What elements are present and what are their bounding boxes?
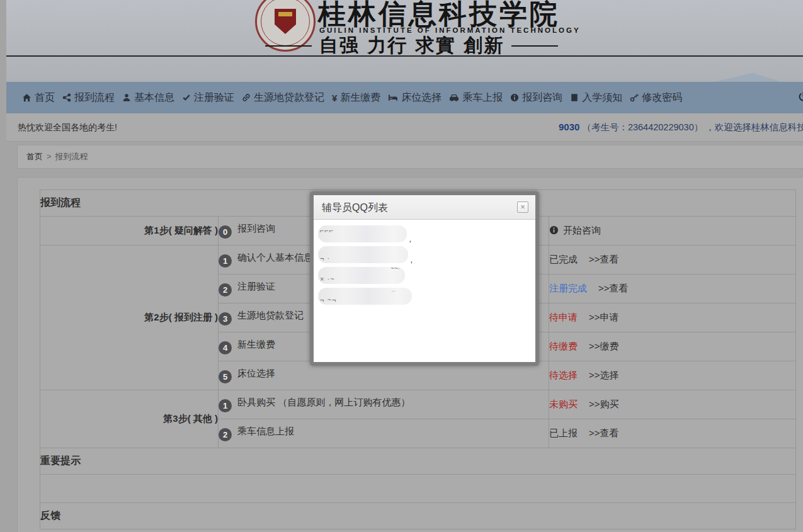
step-group-cell: 第3步( 其他 ) — [40, 390, 219, 448]
banner-decoration — [715, 73, 781, 82]
nav-item-home[interactable]: 首页 — [22, 91, 55, 105]
step-name: 卧具购买 （自愿原则，网上订购有优惠） — [237, 397, 410, 407]
table-section-row: 反馈 — [40, 503, 796, 529]
step-status-cell: 已上报>>查看 — [549, 419, 796, 448]
select-link[interactable]: >>选择 — [589, 370, 619, 380]
nav-item-bed-select[interactable]: 床位选择 — [388, 91, 441, 105]
apply-link[interactable]: >>申请 — [589, 312, 619, 322]
step-number-badge: 1 — [219, 254, 232, 268]
step-name: 乘车信息上报 — [237, 426, 294, 436]
view-link[interactable]: >>查看 — [589, 254, 619, 264]
breadcrumb: 首页>报到流程 — [17, 145, 803, 169]
share-icon — [62, 93, 71, 102]
yen-icon: ¥ — [332, 93, 337, 103]
step-status-cell: 未购买>>购买 — [549, 390, 796, 419]
step-status-cell: 待缴费>>缴费 — [549, 332, 796, 361]
step-status-cell: 注册完成>>查看 — [549, 274, 796, 303]
info-icon — [510, 93, 519, 102]
breadcrumb-home[interactable]: 首页 — [26, 152, 43, 161]
welcome-bar: 热忱欢迎全国各地的考生! 9030 （考生号：2364420229030） ，欢… — [6, 113, 803, 142]
nav-item-freshman-pay[interactable]: ¥ 新生缴费 — [332, 91, 380, 105]
step-number-badge: 5 — [219, 370, 232, 383]
step-status-cell: 已完成>>查看 — [549, 246, 796, 274]
link-icon — [242, 93, 251, 102]
buy-link[interactable]: >>购买 — [589, 399, 619, 409]
user-icon — [122, 93, 131, 102]
redacted-qq-entry — [318, 246, 408, 263]
nav-item-consult[interactable]: 报到咨询 — [510, 91, 562, 105]
motto-text: 自强 力行 求實 創新 — [319, 33, 504, 59]
step-number-badge: 4 — [219, 341, 232, 354]
nav-item-label: 报到流程 — [74, 91, 115, 105]
table-empty-row — [40, 475, 796, 503]
status-badge: 已上报 — [549, 427, 578, 439]
power-icon[interactable] — [798, 91, 803, 105]
info-icon — [549, 225, 559, 237]
status-badge: 未购买 — [549, 399, 578, 410]
nav-item-label: 新生缴费 — [340, 91, 380, 105]
modal-title: 辅导员QQ列表 — [322, 202, 388, 213]
nav-item-basic-info[interactable]: 基本信息 — [122, 91, 174, 105]
home-icon — [22, 93, 31, 103]
modal-titlebar: 辅导员QQ列表 × — [314, 195, 535, 220]
status-badge: 已完成 — [549, 254, 578, 266]
nav-item-label: 生源地贷款登记 — [254, 91, 324, 105]
step-name-cell: 1卧具购买 （自愿原则，网上订购有优惠） — [219, 390, 549, 419]
step-status-cell: 待申请>>申请 — [549, 303, 796, 332]
banner-divider — [6, 55, 803, 57]
step-number-badge: 2 — [219, 283, 232, 297]
school-motto: 自强 力行 求實 創新 — [6, 33, 803, 59]
start-consult-link[interactable]: 开始咨询 — [549, 225, 601, 237]
step-name-cell: 2乘车信息上报 — [219, 419, 549, 448]
main-navbar: 首页 报到流程 基本信息 注册验证 生源地贷款登记 ¥ 新生缴费 床位选择 乘车 — [6, 82, 803, 113]
breadcrumb-separator: > — [47, 152, 52, 161]
nav-item-label: 报到咨询 — [522, 91, 562, 105]
action-label: 开始咨询 — [563, 225, 601, 237]
redacted-qq-entry — [318, 288, 412, 305]
step-group-cell: 第2步( 报到注册 ) — [40, 246, 219, 390]
step-number-badge: 3 — [219, 312, 232, 325]
nav-item-label: 修改密码 — [642, 91, 682, 105]
nav-item-label: 首页 — [35, 91, 55, 105]
motto-line-right — [511, 45, 558, 47]
step-name: 确认个人基本信息 — [237, 252, 313, 263]
redacted-qq-entry — [318, 267, 405, 284]
step-name: 新生缴费 — [237, 339, 275, 349]
section-title: 反馈 — [40, 503, 796, 529]
nav-item-register-verify[interactable]: 注册验证 — [182, 91, 234, 105]
school-banner: 桂林信息科技学院 GUILIN INSTITUTE OF INFORMATION… — [6, 0, 803, 82]
nav-item-label: 注册验证 — [194, 91, 234, 105]
nav-item-enrollment-notice[interactable]: 入学须知 — [570, 91, 622, 105]
step-number-badge: 1 — [219, 399, 232, 412]
check-icon — [182, 93, 191, 102]
status-badge: 待缴费 — [549, 341, 578, 353]
close-icon[interactable]: × — [517, 201, 528, 213]
table-section-row: 重要提示 — [40, 448, 796, 475]
modal-body — [314, 220, 535, 305]
motto-line-left — [265, 45, 312, 47]
key-icon — [630, 93, 639, 102]
step-row: 第3步( 其他 ) 1卧具购买 （自愿原则，网上订购有优惠） 未购买>>购买 — [40, 390, 796, 419]
pay-link[interactable]: >>缴费 — [589, 341, 619, 351]
step-number-badge: 0 — [219, 225, 232, 239]
student-welcome-rest: （考生号：2364420229030） ，欢迎选择桂林信息科技学院 — [582, 122, 803, 132]
nav-item-label: 床位选择 — [401, 91, 441, 105]
step-name: 床位选择 — [237, 368, 275, 378]
book-icon — [570, 93, 579, 102]
step-group-cell: 第1步( 疑问解答 ) — [40, 217, 219, 246]
view-link[interactable]: >>查看 — [598, 283, 629, 293]
step-name: 生源地贷款登记 — [237, 310, 304, 320]
status-badge: 待申请 — [549, 312, 578, 324]
empty-cell — [40, 475, 796, 503]
school-logo-shield — [275, 9, 296, 34]
nav-item-transport-report[interactable]: 乘车上报 — [449, 91, 503, 105]
step-status-cell: 开始咨询 — [549, 217, 796, 246]
status-badge: 待选择 — [549, 370, 578, 382]
nav-item-process[interactable]: 报到流程 — [62, 91, 115, 105]
car-icon — [449, 93, 459, 103]
bed-icon — [388, 93, 398, 103]
nav-item-change-password[interactable]: 修改密码 — [630, 91, 682, 105]
view-link[interactable]: >>查看 — [589, 427, 619, 438]
nav-item-loan-register[interactable]: 生源地贷款登记 — [242, 91, 324, 105]
step-name: 报到咨询 — [237, 223, 275, 234]
